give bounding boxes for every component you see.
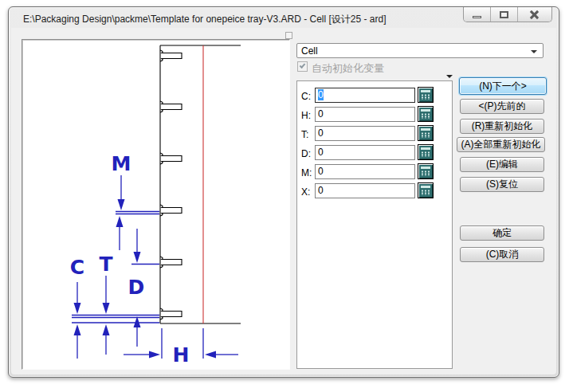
calculator-button[interactable] bbox=[418, 106, 434, 122]
minimize-button[interactable] bbox=[464, 7, 491, 22]
calculator-button[interactable] bbox=[418, 144, 434, 160]
maximize-button[interactable] bbox=[491, 7, 518, 22]
calculator-icon bbox=[421, 147, 430, 157]
variable-label: X: bbox=[301, 186, 310, 198]
variable-row: T: 0 bbox=[297, 126, 453, 143]
cell-selector-dropdown[interactable]: Cell bbox=[296, 43, 543, 58]
variable-label: C: bbox=[301, 91, 311, 102]
variable-value: 0 bbox=[318, 127, 324, 139]
reset-button[interactable]: (S)复位 bbox=[460, 177, 544, 192]
variable-input[interactable]: 0 bbox=[315, 88, 415, 103]
variable-label: D: bbox=[301, 148, 311, 159]
template-drawing: M C T D H bbox=[24, 41, 289, 369]
variable-value: 0 bbox=[318, 166, 324, 177]
variables-list: C: 0 H: 0 T: 0 D: 0 M: 0 X: 0 bbox=[296, 80, 453, 369]
calculator-icon bbox=[421, 109, 430, 119]
checkmark-icon bbox=[300, 62, 306, 69]
edit-button[interactable]: (E)编辑 bbox=[460, 157, 544, 172]
chevron-down-icon bbox=[531, 50, 537, 53]
screen: E:\Packaging Design\packme\Template for … bbox=[0, 0, 569, 392]
variables-menu-arrow-icon[interactable] bbox=[446, 75, 453, 78]
cell-selector-value: Cell bbox=[301, 45, 318, 57]
dimension-arrowheads bbox=[74, 199, 217, 359]
variable-label: M: bbox=[301, 167, 312, 178]
calculator-button[interactable] bbox=[418, 87, 434, 103]
caption-buttons bbox=[463, 7, 552, 22]
calculator-icon bbox=[421, 167, 430, 176]
variable-value: 0 bbox=[318, 108, 324, 120]
dim-label-t: T bbox=[99, 253, 112, 276]
auto-init-checkbox[interactable] bbox=[297, 61, 308, 72]
dialog-window: E:\Packaging Design\packme\Template for … bbox=[8, 6, 559, 378]
calculator-button[interactable] bbox=[418, 163, 434, 179]
auto-init-label: 自动初始化变量 bbox=[312, 61, 384, 76]
reinit-button[interactable]: (R)重新初始化 bbox=[460, 119, 544, 134]
variable-input[interactable]: 0 bbox=[315, 145, 415, 160]
calculator-button[interactable] bbox=[418, 125, 434, 141]
dim-label-m: M bbox=[112, 152, 131, 175]
minimize-icon bbox=[473, 16, 481, 18]
variable-input[interactable]: 0 bbox=[315, 183, 415, 198]
variable-row: X: 0 bbox=[297, 183, 453, 201]
dim-label-h: H bbox=[173, 343, 190, 367]
variable-label: T: bbox=[301, 129, 308, 140]
maximize-icon bbox=[500, 11, 508, 18]
dimension-annotations bbox=[72, 175, 238, 359]
reinit-all-button[interactable]: (A)全部重新初始化 bbox=[457, 137, 545, 152]
variable-input[interactable]: 0 bbox=[315, 107, 415, 122]
variable-row: M: 0 bbox=[297, 164, 453, 182]
close-button[interactable] bbox=[518, 7, 551, 22]
variable-row: D: 0 bbox=[297, 145, 453, 163]
dim-label-c: C bbox=[70, 256, 84, 279]
variable-input[interactable]: 0 bbox=[315, 126, 415, 141]
variable-input[interactable]: 0 bbox=[315, 164, 415, 179]
tray-outline bbox=[160, 45, 241, 323]
calculator-icon bbox=[421, 186, 430, 195]
previous-button[interactable]: <(P)先前的 bbox=[460, 99, 544, 114]
cancel-button[interactable]: (C)取消 bbox=[460, 247, 544, 262]
calculator-icon bbox=[421, 90, 430, 100]
window-title: E:\Packaging Design\packme\Template for … bbox=[23, 13, 387, 26]
variable-row: H: 0 bbox=[297, 107, 453, 124]
variable-label: H: bbox=[301, 110, 311, 121]
dim-label-d: D bbox=[128, 276, 145, 299]
close-icon bbox=[529, 10, 539, 19]
variable-value: 0 bbox=[318, 89, 324, 100]
next-button[interactable]: (N)下一个> bbox=[459, 77, 547, 95]
variable-value: 0 bbox=[318, 185, 324, 196]
variable-row: C: 0 bbox=[297, 88, 453, 105]
calculator-icon bbox=[421, 128, 430, 138]
ok-button[interactable]: 确定 bbox=[460, 225, 544, 241]
variable-value: 0 bbox=[318, 147, 324, 158]
drawing-preview-pane: M C T D H bbox=[22, 39, 290, 370]
pane-splitter-handle[interactable] bbox=[285, 32, 292, 39]
calculator-button[interactable] bbox=[418, 182, 434, 198]
